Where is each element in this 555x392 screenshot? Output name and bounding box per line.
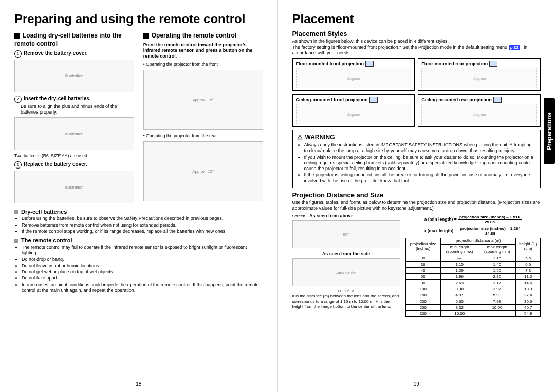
section-tab: Preparations [544, 98, 555, 164]
mode-icon [493, 97, 502, 103]
operate-rear-illustration: Approx. 15° [143, 141, 263, 201]
label-above: As seen from above [309, 213, 354, 218]
dist-heading: Projection Distance and Size [292, 191, 541, 199]
warning-title: WARNING [297, 134, 536, 141]
loading-heading: Loading dry-cell batteries into the remo… [14, 32, 134, 48]
styles-intro: As shown in the figures below, this devi… [292, 39, 541, 56]
right-page: Preparations Placement Placement Styles … [278, 0, 556, 392]
tile-illustration: diagram [296, 104, 412, 124]
operate-cap2: • Operating the projector from the rear [143, 133, 263, 138]
step2-caption: Two batteries (R6, SIZE AA) are used. [14, 153, 134, 158]
page-ref-icon: p.32 [509, 45, 520, 50]
mode-icon [489, 61, 497, 67]
left-title: Preparing and using the remote control [14, 12, 263, 26]
right-title: Placement [292, 12, 541, 26]
step1-illustration: illustration [14, 60, 134, 92]
tile-illustration: diagram [421, 68, 537, 88]
step2-note: Be sure to align the plus and minus ends… [21, 104, 134, 116]
drycell-list: Before using the batteries, be sure to o… [14, 216, 263, 234]
remote-heading: The remote control [14, 237, 263, 244]
warning-box: WARNING Always obey the instructions lis… [292, 130, 541, 188]
tile-ceiling-rear: Ceiling-mounted rear projection diagram [418, 94, 541, 127]
label-H: H [338, 289, 341, 293]
remote-list: The remote control may fail to operate i… [14, 245, 263, 293]
distance-table: projection size (inches) projection dist… [405, 238, 541, 316]
left-page: Preparing and using the remote control L… [0, 0, 278, 392]
operate-cap1: • Operating the projector from the front [143, 62, 263, 67]
styles-heading: Placement Styles [292, 30, 541, 38]
diagram-above: 90° [292, 220, 400, 248]
formula-max: a (max length) = projection size (inches… [405, 226, 541, 236]
tile-floor-rear: Floor-mounted rear projection diagram [418, 58, 541, 91]
step2: 2Insert the dry-cell batteries. [14, 96, 134, 103]
tile-illustration: diagram [421, 104, 537, 124]
dist-intro: Use the figures, tables, and formulas be… [292, 200, 541, 212]
tile-ceiling-front: Ceiling-mounted front projection diagram [292, 94, 415, 127]
note-a: a is the distance (m) between the lens a… [292, 294, 400, 309]
label-screen: Screen [292, 214, 305, 218]
step3-illustration: illustration [14, 171, 134, 203]
placement-tiles: Floor-mounted front projection diagram F… [292, 58, 541, 127]
formula-min: a (min length) = projection size (inches… [405, 215, 541, 225]
step2-illustration: illustration [14, 117, 134, 150]
mode-icon [369, 97, 378, 103]
mode-icon [365, 61, 374, 67]
diagram-side: Lens center [292, 258, 400, 286]
step1: 1Remove the battery cover. [14, 50, 134, 58]
page-number-right: 19 [414, 381, 419, 387]
tile-illustration: diagram [296, 68, 412, 88]
label-a: a [352, 289, 354, 293]
label-side: As seen from the side [292, 251, 400, 256]
operating-heading: Operating the remote control [143, 32, 263, 40]
operate-front-illustration: Approx. 15° [143, 70, 263, 130]
step3: 3Replace the battery cover. [14, 161, 134, 169]
operate-intro: Point the remote control toward the proj… [143, 42, 263, 60]
tile-floor-front: Floor-mounted front projection diagram [292, 58, 415, 91]
drycell-heading: Dry-cell batteries [14, 209, 263, 215]
page-number-left: 18 [136, 381, 141, 387]
